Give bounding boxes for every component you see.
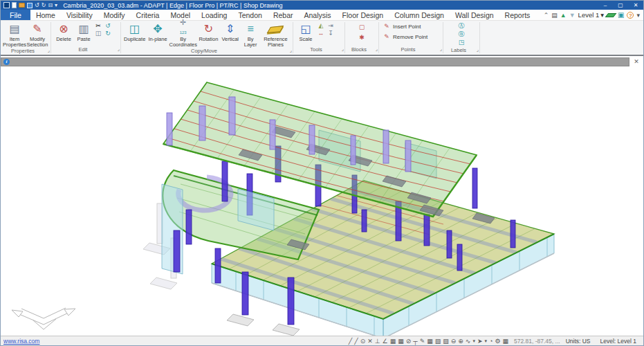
create-block-icon[interactable]: ▢ xyxy=(358,24,366,30)
duplicate-button[interactable]: ◫ Duplicate xyxy=(123,21,146,42)
tab-wall-design[interactable]: Wall Design xyxy=(450,10,499,20)
label-move-icon[interactable]: ◳ xyxy=(457,39,466,46)
tool-grid-display-icon[interactable]: ▦ xyxy=(390,338,396,345)
dialog-launcher-icon[interactable]: ⌟ xyxy=(376,46,378,52)
help-icon[interactable]: ? xyxy=(627,12,634,19)
tab-rebar[interactable]: Rebar xyxy=(268,10,299,20)
copy-icon[interactable]: ◫ xyxy=(94,30,102,37)
undo-small-icon[interactable]: ↺ xyxy=(104,23,112,29)
window-title: Cambria_2020_03_03.adm - ADAPT | Edge | … xyxy=(63,2,282,9)
rotation-button[interactable]: ↻ Rotation xyxy=(197,21,220,42)
scale-button[interactable]: ◱ Scale xyxy=(295,21,316,42)
minimize-button[interactable]: – xyxy=(598,1,613,10)
cut-icon[interactable]: ✂ xyxy=(94,23,102,29)
close-button[interactable]: ✕ xyxy=(628,1,643,10)
label-style-icon[interactable]: ⓐ xyxy=(457,31,466,37)
project-down-icon[interactable]: ↧ xyxy=(326,30,335,37)
dialog-launcher-icon[interactable]: ⌟ xyxy=(48,48,50,53)
tab-reports[interactable]: Reports xyxy=(499,10,536,20)
tool-view-solid-icon[interactable]: ▧ xyxy=(435,338,441,345)
dialog-launcher-icon[interactable]: ⌟ xyxy=(118,46,120,52)
level-selector[interactable]: Level 1▾ xyxy=(578,11,604,19)
tool-snap-insert-icon[interactable]: ✎ xyxy=(420,338,425,345)
status-tool-strip: ╱ ╱ ⊙ ✕ ⊥ ∠ ▦ ▦ ⊘ ┬ ✎ ▦ ▧ ▨ ⊖ ⊕ ∿ ▾ ➤ ▾ … xyxy=(349,338,508,345)
tool-display-grid-icon[interactable]: ▦ xyxy=(502,338,508,345)
ribbon-collapse-icon[interactable]: ⌃ xyxy=(544,12,549,19)
modify-selection-button[interactable]: ✎ Modify Selection xyxy=(26,21,48,48)
tab-home[interactable]: Home xyxy=(30,10,61,20)
tool-hatch-icon[interactable]: ▦ xyxy=(427,338,433,345)
remove-point-button[interactable]: ✎ Remove Point xyxy=(381,32,441,42)
tab-loading[interactable]: Loading xyxy=(196,10,232,20)
qat-more-icon[interactable]: ▾ xyxy=(55,2,57,8)
tool-zoom-out-icon[interactable]: ⊖ xyxy=(451,338,457,345)
print-icon[interactable]: ⊟ xyxy=(48,2,53,8)
tool-select-mode-icon[interactable]: ➤ xyxy=(477,338,483,345)
tab-visibility[interactable]: Visibility xyxy=(61,10,98,20)
units-indicator[interactable]: Units: US xyxy=(566,338,591,345)
insert-point-button[interactable]: ✎ Insert Point xyxy=(381,21,441,32)
tool-line-type-icon[interactable]: ∿ xyxy=(466,338,471,345)
button-label: Remove Point xyxy=(393,34,427,40)
tool-draw-line-icon[interactable]: ╱ xyxy=(349,338,352,345)
open-file-icon[interactable] xyxy=(19,3,25,8)
help-more-icon[interactable]: ▾ xyxy=(636,12,640,19)
label-items-icon[interactable]: Ⓐ xyxy=(457,23,466,29)
dialog-launcher-icon[interactable]: ⌟ xyxy=(342,46,344,52)
redo-small-icon[interactable]: ↻ xyxy=(104,30,112,37)
tab-file[interactable]: File xyxy=(1,10,30,20)
single-level-view-icon[interactable] xyxy=(605,13,617,17)
tool-select-mode-caret-icon[interactable]: ▾ xyxy=(484,338,487,345)
tool-snap-angle-icon[interactable]: ∠ xyxy=(383,338,388,345)
paste-button[interactable]: ▥ Paste xyxy=(74,21,93,42)
tab-floor-design[interactable]: Floor Design xyxy=(337,10,389,20)
tool-zoom-in-icon[interactable]: ⊕ xyxy=(458,338,463,345)
save-icon[interactable] xyxy=(27,3,33,8)
new-file-icon[interactable] xyxy=(12,2,17,8)
reference-planes-button[interactable]: Reference Planes xyxy=(261,21,291,48)
tab-tendon[interactable]: Tendon xyxy=(232,10,267,20)
levels-stack-icon[interactable]: ▤ xyxy=(551,12,558,19)
item-properties-button[interactable]: ▤ Item Properties xyxy=(3,21,26,48)
tool-snap-center-icon[interactable]: ⊙ xyxy=(360,338,366,345)
group-label-labels: Labels xyxy=(451,47,466,53)
level-up-icon[interactable]: ▲ xyxy=(560,12,567,19)
group-label-points: Points xyxy=(401,46,416,53)
app-icon[interactable] xyxy=(3,2,10,8)
undo-icon[interactable]: ↺ xyxy=(35,2,39,8)
explode-block-icon[interactable]: ✱ xyxy=(358,35,366,41)
vertical-button[interactable]: ⇕ Vertical xyxy=(220,21,240,42)
tool-settings-icon[interactable]: ⚙ xyxy=(495,338,500,345)
tool-refresh-icon[interactable]: ◔ xyxy=(489,338,493,345)
tab-analysis[interactable]: Analysis xyxy=(299,10,337,20)
tab-column-design[interactable]: Column Design xyxy=(389,10,450,20)
by-layer-button[interactable]: ≡ By Layer xyxy=(240,21,260,48)
tab-criteria[interactable]: Criteria xyxy=(131,10,165,20)
mirror-icon[interactable]: ◭ xyxy=(317,23,325,29)
model-viewport[interactable] xyxy=(1,66,643,336)
info-bar-close-icon[interactable]: ✕ xyxy=(629,58,643,65)
in-plane-button[interactable]: ✥ In-plane xyxy=(146,21,169,42)
tool-snap-tangent-icon[interactable]: ⊘ xyxy=(406,338,412,345)
tool-grid-snap-icon[interactable]: ▦ xyxy=(398,338,404,345)
dialog-launcher-icon[interactable]: ⌟ xyxy=(477,47,479,53)
delete-button[interactable]: ⊗ Delete xyxy=(53,21,74,42)
tab-modify[interactable]: Modify xyxy=(98,10,131,20)
by-coordinates-button[interactable]: ✛123 By Coordinates xyxy=(169,21,197,48)
tool-line-type-caret-icon[interactable]: ▾ xyxy=(472,338,475,345)
align-icon[interactable]: ⇥ xyxy=(326,23,335,29)
level-indicator[interactable]: Level: Level 1 xyxy=(600,338,636,345)
model-3d-view-icon[interactable]: ▣ xyxy=(618,11,624,19)
tool-snap-intersection-icon[interactable]: ✕ xyxy=(367,338,373,345)
stretch-icon[interactable]: ↔ xyxy=(317,30,325,37)
level-down-icon[interactable]: ▼ xyxy=(569,12,576,19)
tool-view-wireframe-icon[interactable]: ▨ xyxy=(443,338,449,345)
tool-snap-node-icon[interactable]: ┬ xyxy=(413,338,417,345)
tool-snap-perpendicular-icon[interactable]: ⊥ xyxy=(375,338,380,345)
redo-icon[interactable]: ↻ xyxy=(42,2,46,8)
dialog-launcher-icon[interactable]: ⌟ xyxy=(290,48,292,53)
maximize-button[interactable]: ▢ xyxy=(613,1,628,10)
tool-draw-polyline-icon[interactable]: ╱ xyxy=(354,338,358,345)
dialog-launcher-icon[interactable]: ⌟ xyxy=(440,46,442,52)
risa-website-link[interactable]: www.risa.com xyxy=(3,338,39,345)
